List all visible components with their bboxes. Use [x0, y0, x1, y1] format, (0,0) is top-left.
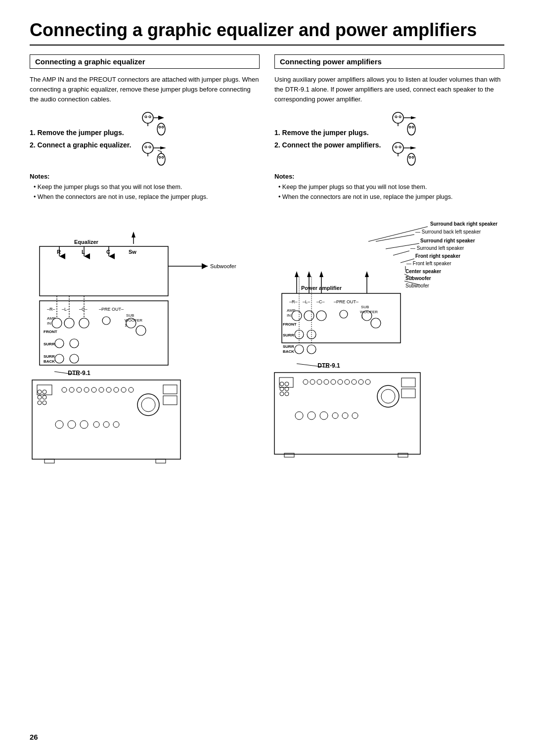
- right-diagram-svg: Surround back right speaker — Surround b…: [272, 217, 519, 474]
- svg-text:— Front left speaker: — Front left speaker: [406, 261, 451, 266]
- svg-point-170: [285, 382, 289, 386]
- svg-text:–PRE OUT–: –PRE OUT–: [99, 307, 124, 312]
- svg-text:R: R: [57, 249, 61, 255]
- svg-rect-188: [401, 389, 415, 398]
- left-note-1: Keep the jumper plugs so that you will n…: [34, 182, 260, 192]
- svg-text:FRONT: FRONT: [283, 322, 297, 327]
- svg-point-191: [320, 412, 328, 420]
- svg-point-85: [38, 390, 42, 394]
- left-notes: Notes: Keep the jumper plugs so that you…: [30, 173, 260, 202]
- right-column: Connecting power amplifiers Using auxili…: [274, 54, 504, 202]
- svg-point-153: [295, 345, 304, 354]
- svg-point-2: [149, 116, 151, 118]
- svg-point-178: [324, 379, 329, 384]
- svg-point-190: [308, 412, 315, 420]
- svg-text:–C–: –C–: [316, 299, 325, 304]
- svg-point-15: [157, 153, 165, 165]
- svg-point-35: [407, 153, 415, 165]
- svg-point-86: [43, 390, 46, 394]
- svg-point-186: [381, 389, 395, 403]
- svg-point-96: [99, 387, 104, 392]
- svg-point-98: [114, 387, 119, 392]
- svg-point-7: [159, 127, 161, 129]
- right-steps-area: 1. Remove the jumper plugs. 2. Connect t…: [274, 110, 504, 168]
- svg-text:IN: IN: [47, 321, 51, 326]
- svg-text:–C–: –C–: [79, 307, 88, 312]
- svg-point-31: [399, 146, 401, 148]
- svg-point-88: [43, 395, 46, 399]
- svg-text:— Surround back left speaker: — Surround back left speaker: [415, 229, 481, 235]
- svg-text:Subwoofer: Subwoofer: [210, 263, 236, 269]
- svg-text:–PRE OUT–: –PRE OUT–: [334, 299, 358, 304]
- svg-point-106: [68, 421, 76, 428]
- svg-point-87: [38, 395, 42, 399]
- left-steps-text: 1. Remove the jumper plugs. 2. Connect a…: [30, 127, 131, 151]
- svg-text:Subwoofer: Subwoofer: [405, 276, 431, 281]
- svg-point-77: [70, 354, 79, 363]
- svg-point-9: [142, 142, 153, 153]
- svg-text:Surround back right speaker: Surround back right speaker: [430, 221, 497, 227]
- svg-rect-111: [44, 459, 54, 463]
- svg-point-22: [399, 116, 401, 118]
- svg-text:DTR-9.1: DTR-9.1: [317, 362, 340, 369]
- left-body-text: The AMP IN and the PREOUT connectors are…: [30, 75, 260, 104]
- svg-point-97: [106, 387, 111, 392]
- svg-marker-160: [319, 271, 323, 277]
- svg-point-189: [295, 412, 303, 420]
- svg-point-36: [409, 157, 411, 159]
- right-note-2: When the connectors are not in use, repl…: [278, 192, 504, 202]
- svg-text:BACK: BACK: [283, 349, 294, 354]
- svg-point-183: [358, 379, 363, 384]
- svg-point-93: [77, 387, 82, 392]
- left-diagram-svg: Equalizer R L C Sw Subwoofer: [30, 217, 257, 474]
- left-section-header: Connecting a graphic equalizer: [30, 54, 260, 69]
- page-number: 26: [30, 733, 38, 741]
- svg-point-1: [145, 116, 147, 118]
- svg-point-10: [145, 146, 147, 148]
- svg-point-176: [310, 379, 315, 384]
- svg-point-64: [52, 318, 62, 328]
- svg-marker-162: [365, 271, 369, 277]
- svg-rect-83: [32, 380, 180, 459]
- svg-text:AMP: AMP: [287, 308, 295, 313]
- svg-point-193: [342, 413, 348, 419]
- svg-point-108: [93, 422, 99, 427]
- svg-text:IN: IN: [287, 313, 291, 318]
- svg-text:–R–: –R–: [47, 307, 55, 312]
- svg-point-142: [304, 311, 314, 321]
- svg-rect-196: [398, 453, 408, 457]
- svg-text:DTR-9.1: DTR-9.1: [68, 370, 90, 377]
- svg-text:SURR: SURR: [283, 333, 294, 337]
- svg-point-99: [121, 387, 126, 392]
- svg-text:L: L: [82, 249, 85, 255]
- svg-point-174: [285, 392, 289, 396]
- svg-point-105: [55, 421, 63, 428]
- svg-text:Sw: Sw: [129, 249, 136, 255]
- svg-point-26: [407, 123, 415, 135]
- svg-point-69: [136, 326, 146, 335]
- svg-point-110: [113, 422, 119, 427]
- right-notes-list: Keep the jumper plugs so that you will n…: [274, 182, 504, 202]
- svg-point-185: [377, 385, 399, 407]
- svg-marker-14: [160, 146, 166, 149]
- left-notes-list: Keep the jumper plugs so that you will n…: [30, 182, 260, 202]
- right-plug-icon-1: [389, 110, 416, 138]
- svg-point-100: [129, 387, 134, 392]
- right-diagram: Surround back right speaker — Surround b…: [272, 217, 519, 474]
- svg-point-182: [352, 379, 356, 384]
- svg-point-21: [395, 116, 397, 118]
- svg-text:–R–: –R–: [289, 299, 298, 304]
- main-title: Connecting a graphic equalizer and power…: [30, 20, 504, 46]
- svg-text:–L–: –L–: [62, 307, 69, 312]
- svg-point-192: [332, 413, 338, 419]
- left-steps-area: 1. Remove the jumper plugs. 2. Connect a…: [30, 110, 260, 168]
- svg-point-101: [137, 394, 159, 416]
- svg-point-91: [62, 387, 67, 392]
- svg-point-154: [307, 345, 316, 354]
- svg-marker-25: [411, 116, 416, 119]
- svg-marker-158: [307, 271, 311, 277]
- svg-text:Front right speaker: Front right speaker: [415, 253, 460, 259]
- svg-point-90: [43, 401, 46, 405]
- plug-icon-1: [139, 110, 166, 138]
- svg-point-0: [142, 112, 153, 123]
